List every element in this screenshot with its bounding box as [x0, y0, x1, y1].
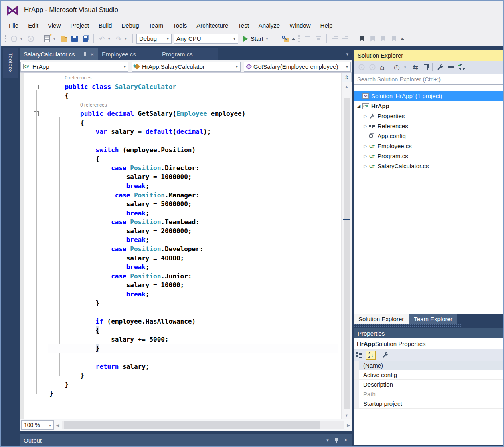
pending-changes-filter-button[interactable]: ◷ [394, 63, 400, 71]
menu-item-help[interactable]: Help [316, 20, 338, 30]
show-all-files-button[interactable]: + [459, 64, 465, 70]
redo-button[interactable]: ↷ [114, 34, 123, 43]
code-line[interactable]: break; [49, 209, 338, 218]
expander-icon[interactable]: ▷ [362, 124, 368, 128]
expander-icon[interactable]: ▷ [362, 164, 368, 168]
alphabetical-sort-button[interactable]: AZ ↓ [366, 351, 376, 360]
tree-item-solution-hrapp-1-project[interactable]: ⋈Solution 'HrApp' (1 project) [354, 91, 503, 101]
code-line[interactable]: return salary; [49, 362, 338, 372]
tree-item-app-config[interactable]: App.config [354, 131, 503, 141]
code-line[interactable]: break; [49, 263, 338, 272]
vertical-scrollbar-thumb[interactable] [344, 98, 350, 409]
code-line[interactable]: case Position.Manager: [49, 191, 338, 200]
menu-item-analyze[interactable]: Analyze [254, 20, 285, 30]
menu-item-test[interactable]: Test [233, 20, 254, 30]
code-line[interactable]: break; [49, 290, 338, 299]
menu-item-tools[interactable]: Tools [168, 20, 192, 30]
pin-icon[interactable] [334, 438, 338, 443]
editor-vertical-scrollbar[interactable]: ⇕ ▲ ▼ [341, 73, 352, 419]
navigate-forward-button[interactable]: › [26, 34, 35, 43]
editor-horizontal-scrollbar[interactable] [62, 421, 345, 429]
editor-zoom-combo[interactable]: 100 % ▾ [21, 420, 54, 430]
menu-item-team[interactable]: Team [144, 20, 168, 30]
code-line[interactable]: var salary = default(decimal); [49, 127, 338, 137]
code-line[interactable] [49, 137, 338, 146]
code-line[interactable]: { [49, 119, 338, 128]
codelens-references[interactable]: 0 references [65, 74, 338, 83]
code-line[interactable]: case Position.Junior: [49, 272, 338, 281]
output-window-position-dropdown[interactable]: ▾ [326, 438, 329, 443]
properties-titlebar[interactable]: Properties [354, 328, 503, 338]
code-line[interactable]: public decimal GetSalary(Employee employ… [49, 109, 338, 119]
collapse-region-button[interactable] [34, 85, 39, 89]
scroll-left-arrow-icon[interactable]: ◀ [56, 423, 59, 427]
navigate-backward-button[interactable]: ‹ [10, 34, 18, 43]
pin-icon[interactable] [82, 52, 87, 56]
filter-dropdown[interactable]: ▾ [404, 65, 408, 69]
property-row-description[interactable]: Description [354, 380, 503, 389]
code-line[interactable]: } [49, 389, 338, 398]
code-line[interactable]: } [49, 371, 338, 380]
editor-splitter-handle[interactable]: ⇕ [342, 73, 352, 82]
toolbar-overflow-button[interactable]: ▾ [292, 37, 295, 40]
code-line[interactable]: salary = 40000; [49, 254, 338, 263]
type-dropdown[interactable]: HrApp.SalaryCalculator ▾ [132, 62, 241, 72]
new-item-button[interactable]: ✦ [43, 34, 51, 43]
output-panel-titlebar[interactable]: Output ▾ × [20, 434, 352, 446]
code-line[interactable]: salary = 1000000; [49, 173, 338, 182]
toolbar-grip[interactable] [298, 34, 300, 43]
menu-item-architecture[interactable]: Architecture [192, 20, 233, 30]
code-line[interactable]: } [49, 380, 338, 389]
code-line[interactable]: case Position.Developer: [49, 245, 338, 254]
start-dropdown[interactable]: ▾ [266, 37, 270, 41]
close-icon[interactable]: × [90, 51, 94, 57]
comment-button[interactable] [303, 34, 312, 43]
code-line[interactable]: switch (employee.Position) [49, 146, 338, 155]
menu-item-view[interactable]: View [43, 20, 65, 30]
toolbar-grip[interactable] [4, 34, 6, 43]
tool-tab-solution-explorer[interactable]: Solution Explorer [354, 314, 409, 324]
breakpoint-margin[interactable] [20, 73, 24, 419]
tree-item-salarycalculator-cs[interactable]: ▷C#SalaryCalculator.cs [354, 161, 503, 171]
search-input[interactable] [354, 74, 503, 85]
property-row-path[interactable]: Path [354, 389, 503, 399]
code-editor[interactable]: 0 references public class SalaryCalculat… [20, 73, 352, 419]
project-dropdown[interactable]: C# HrApp ▾ [20, 62, 128, 72]
tree-item-properties[interactable]: ▷Properties [354, 111, 503, 121]
solution-explorer-titlebar[interactable]: Solution Explorer [354, 50, 503, 61]
codelens-references[interactable]: 0 references [80, 101, 338, 110]
code-line[interactable]: salary = 10000; [49, 281, 338, 290]
horizontal-scrollbar-thumb[interactable] [64, 421, 320, 429]
expander-icon[interactable]: ◢ [356, 103, 362, 109]
property-row-name[interactable]: (Name) [354, 361, 503, 370]
solution-platform-combo[interactable]: Any CPU ▾ [174, 34, 238, 44]
expander-icon[interactable]: ▷ [362, 154, 368, 158]
preview-selected-items-button[interactable] [448, 66, 454, 68]
tab-employee.cs[interactable]: Employee.cs [98, 48, 158, 60]
code-line[interactable] [49, 353, 338, 362]
menu-item-window[interactable]: Window [285, 20, 315, 30]
member-dropdown[interactable]: GetSalary(Employee employee) ▾ [244, 62, 351, 72]
next-bookmark-button[interactable] [379, 34, 388, 43]
decrease-indent-button[interactable] [330, 34, 339, 43]
back-button[interactable]: ‹ [358, 64, 364, 70]
navigate-backward-dropdown[interactable]: ▾ [20, 37, 24, 41]
scroll-up-arrow-icon[interactable]: ▲ [342, 82, 352, 89]
tree-item-program-cs[interactable]: ▷C#Program.cs [354, 151, 503, 161]
toggle-bookmark-button[interactable] [358, 34, 366, 43]
property-pages-button[interactable] [382, 352, 388, 358]
save-all-button[interactable] [81, 34, 90, 43]
code-line[interactable]: salary = 5000000; [49, 200, 338, 209]
code-line[interactable] [49, 308, 338, 317]
new-item-dropdown[interactable]: ▾ [53, 37, 57, 41]
scroll-down-arrow-icon[interactable]: ▼ [342, 413, 352, 417]
save-button[interactable] [70, 34, 79, 43]
code-line[interactable]: } [48, 344, 338, 353]
code-line[interactable]: if (employee.HasAllowance) [49, 317, 338, 326]
undo-dropdown[interactable]: ▾ [108, 37, 112, 41]
tree-item-employee-cs[interactable]: ▷C#Employee.cs [354, 141, 503, 151]
code-line[interactable]: break; [49, 236, 338, 245]
tab-salarycalculator.cs[interactable]: SalaryCalculator.cs× [20, 48, 98, 60]
toolbar-overflow-button[interactable]: ▾ [401, 37, 404, 40]
sync-with-active-document-button[interactable]: ⇆ [413, 63, 418, 71]
